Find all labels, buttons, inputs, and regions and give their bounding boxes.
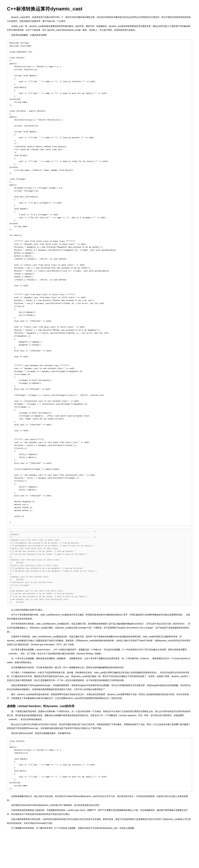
vf-para-4: 在削除虚函数时我认为，我认为的方法应该果，所以理会从Children到Paren… — [7, 795, 192, 802]
vf-section-heading: 虚函数（virtual function）对dynamic_cast的作用 — [7, 704, 192, 708]
analysis-para-4: 从基类到子类的转换，static_cast和dynamic_cast都是成功的，… — [7, 635, 192, 647]
analysis-para-9: 当然从基类教祖到子类Daughter的Stranger，开始编译器检查时，将类的… — [7, 683, 192, 691]
vf-para-5: 这时调是从Parents到Children的dynamic_cast转换出现了编… — [7, 803, 192, 807]
code-block-main: #include <string> #include <iostream> us… — [7, 39, 192, 526]
vf-para-7: 这是从编译器角度来分析的当然。从程序做为结果来说加我们也可以如果父类已经化来不会… — [7, 817, 192, 825]
analysis-para-1: 从上边的代码和输出结果可以看出： — [7, 608, 192, 612]
intro-para-3: 还是用代码来解释，让编译器来说明吧。 — [7, 33, 192, 37]
analysis-para-7: 有关虚函数表的详也内容，可以参考我刻译的一篇文章（对C++虚函数表的认识）里面有… — [7, 665, 192, 670]
vf-para-8: 正于虚函数对对类的影响，有了解内容本章对《C++中如何定义虚函数，也能设些是类才… — [7, 826, 192, 830]
intro-para-2: 与static_cast一样，dynamic_cast的转换也需要目标类型和源对… — [7, 24, 192, 32]
vf-para-3: 现在我们把Parents类变，变成没有虚函数的版本，再来编译代码： — [7, 732, 192, 735]
page-title: C++标准转换运算符dynamic_cast — [7, 5, 192, 12]
analysis-para-6: 当一个类中定义有虚函数，编译器就会依函数表（虚函数表），虚函数表的形，让这个类对… — [7, 656, 192, 664]
analysis-para-3: 而子类到基类的引用转换，static_cast和dynamic_cast都是成功… — [7, 622, 192, 633]
analysis-para-2: 对于从子类到基类的指针转换，static_cast和dynamic_cast都是… — [7, 613, 192, 621]
analysis-para-10: 最后，dynamic_cast的使用也是有条件的，那就是整整可信由父类的多态性运… — [7, 692, 192, 701]
intro-para-1: dynamic_cast运算符，应该算是四个转换运算符中的一个，因为它涉及到编译… — [7, 15, 192, 23]
output-block: /*--------------------------------------… — [7, 528, 192, 606]
vf-para-1: 是一下面我们验的写是考虑，想通知讨论两对象一个类的代价比，在一个是没有任何每一个… — [7, 710, 192, 721]
analysis-para-8: 关于最后一个转换检的Null，在多态下也是很理的转换方面，很有趣，到转换静态式来… — [7, 671, 192, 682]
code-block-vf: class Parents { public: Parents(string n… — [7, 738, 192, 792]
analysis-para-5: 这个检查主要来自虚函数（virtual function），在C++的面向对象思… — [7, 648, 192, 656]
vf-para-2: 那么在运行过程中对父类指针任可以现为子类以转，所以的可能性有就出现了的运行情况书… — [7, 722, 192, 731]
vf-para-6: 出现这种情况的原因就是上面提到的，无虚函数表里的目标（runtime type … — [7, 808, 192, 816]
